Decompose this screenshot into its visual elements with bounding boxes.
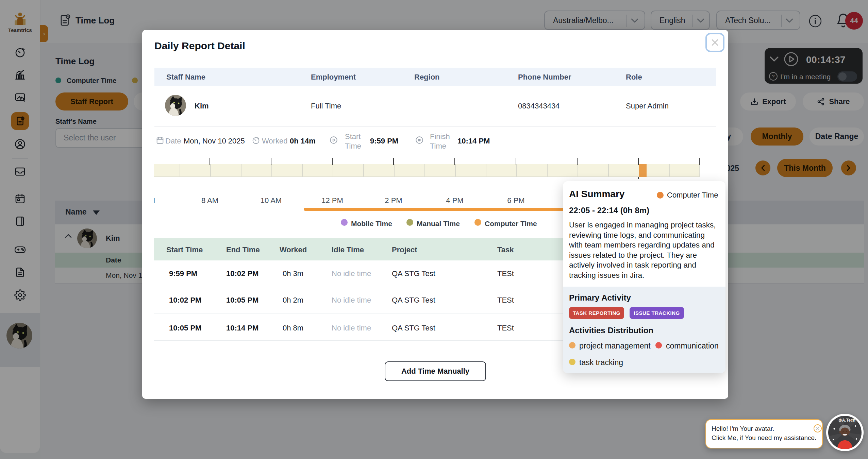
svg-text:♔A.Tech: ♔A.Tech [838, 418, 855, 423]
